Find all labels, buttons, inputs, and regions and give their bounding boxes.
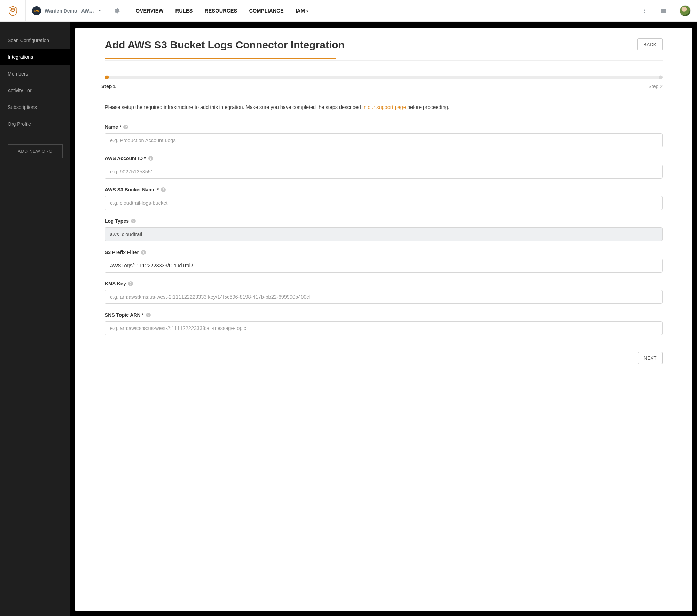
progress-dot-step1 (105, 75, 109, 79)
nav-overview[interactable]: OVERVIEW (136, 8, 164, 14)
sidebar-item-subscriptions[interactable]: Subscriptions (0, 99, 70, 116)
header-divider (105, 60, 663, 61)
help-icon[interactable]: ? (123, 125, 128, 129)
back-button[interactable]: BACK (637, 38, 663, 50)
page-title: Add AWS S3 Bucket Logs Connector Integra… (105, 38, 345, 52)
nav-iam[interactable]: IAM▾ (296, 8, 308, 14)
sidebar: Scan Configuration Integrations Members … (0, 22, 70, 616)
aws-badge-icon: aws (32, 6, 41, 15)
add-org-button[interactable]: ADD NEW ORG (8, 144, 63, 158)
step1-label: Step 1 (101, 84, 116, 89)
account-id-input[interactable] (105, 165, 663, 179)
integration-form: Name *? AWS Account ID *? AWS S3 Bucket … (105, 124, 663, 335)
prefix-filter-input[interactable] (105, 259, 663, 273)
nav-rules[interactable]: RULES (175, 8, 193, 14)
avatar (680, 5, 691, 16)
support-page-link[interactable]: in our support page (362, 104, 406, 110)
sidebar-item-scan-configuration[interactable]: Scan Configuration (0, 32, 70, 49)
name-input[interactable] (105, 133, 663, 147)
help-icon[interactable]: ? (146, 313, 151, 317)
shield-owl-icon (7, 5, 18, 16)
kms-key-input[interactable] (105, 290, 663, 304)
sidebar-item-activity-log[interactable]: Activity Log (0, 82, 70, 99)
more-vertical-icon (642, 8, 648, 14)
app-logo[interactable] (0, 0, 26, 21)
org-name-label: Warden Demo - AW… (45, 8, 94, 14)
sns-topic-label: SNS Topic ARN *? (105, 312, 663, 318)
help-icon[interactable]: ? (161, 187, 166, 192)
sidebar-divider (0, 135, 70, 135)
folder-button[interactable] (654, 0, 673, 21)
nav-compliance[interactable]: COMPLIANCE (249, 8, 283, 14)
step-progress: Step 1 Step 2 (105, 76, 663, 89)
help-icon[interactable]: ? (141, 250, 146, 255)
svg-point-2 (644, 12, 645, 13)
title-underline (105, 58, 336, 59)
main-nav: OVERVIEW RULES RESOURCES COMPLIANCE IAM▾ (126, 0, 318, 21)
main-card: Add AWS S3 Bucket Logs Connector Integra… (75, 28, 692, 611)
next-button[interactable]: NEXT (638, 352, 663, 364)
user-menu[interactable] (673, 0, 697, 21)
more-menu-button[interactable] (635, 0, 654, 21)
chevron-down-icon: ▾ (99, 9, 101, 13)
bucket-name-input[interactable] (105, 196, 663, 210)
bucket-name-label: AWS S3 Bucket Name *? (105, 187, 663, 192)
account-id-label: AWS Account ID *? (105, 156, 663, 161)
settings-button[interactable] (107, 0, 126, 21)
sidebar-item-org-profile[interactable]: Org Profile (0, 116, 70, 132)
svg-point-1 (644, 10, 645, 11)
svg-point-0 (644, 9, 645, 9)
chevron-down-icon: ▾ (306, 9, 308, 13)
sns-topic-input[interactable] (105, 321, 663, 335)
help-icon[interactable]: ? (148, 156, 153, 161)
step2-label: Step 2 (649, 84, 663, 89)
kms-key-label: KMS Key? (105, 281, 663, 286)
name-label: Name *? (105, 124, 663, 130)
topbar: aws Warden Demo - AW… ▾ OVERVIEW RULES R… (0, 0, 697, 22)
help-icon[interactable]: ? (131, 219, 136, 223)
log-types-input (105, 227, 663, 241)
gear-icon (113, 8, 120, 14)
nav-resources[interactable]: RESOURCES (205, 8, 237, 14)
prefix-filter-label: S3 Prefix Filter? (105, 250, 663, 255)
folder-icon (660, 8, 667, 14)
intro-text: Please setup the required infrastructure… (105, 104, 663, 111)
org-selector[interactable]: aws Warden Demo - AW… ▾ (26, 0, 107, 21)
log-types-label: Log Types? (105, 218, 663, 224)
content-area: Add AWS S3 Bucket Logs Connector Integra… (70, 22, 697, 616)
help-icon[interactable]: ? (128, 281, 133, 286)
sidebar-item-integrations[interactable]: Integrations (0, 49, 70, 65)
sidebar-item-members[interactable]: Members (0, 65, 70, 82)
progress-dot-step2 (659, 75, 663, 79)
